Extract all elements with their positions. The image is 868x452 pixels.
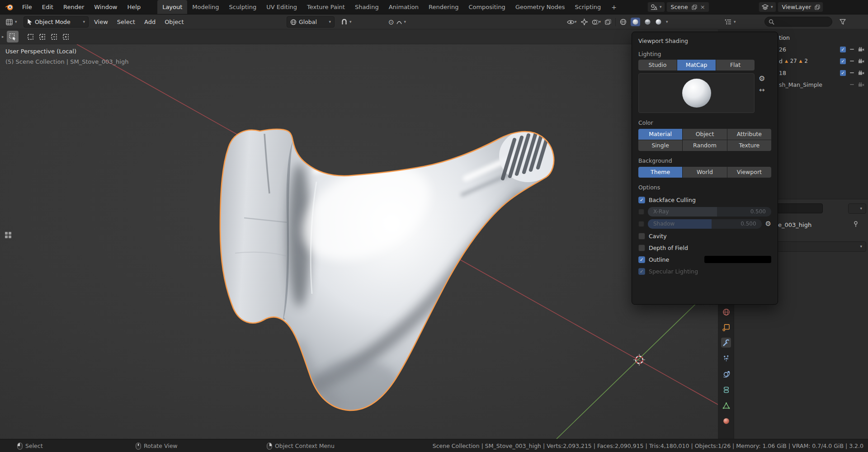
checkbox-enabled[interactable]: ✓ [840,47,846,52]
tab-scripting[interactable]: Scripting [570,0,606,14]
menu-render[interactable]: Render [58,0,89,14]
sidebar-grid-toggle[interactable] [5,231,12,239]
color-single-button[interactable]: Single [638,140,682,151]
camera-visibility-icon[interactable] [858,71,864,75]
background-world-button[interactable]: World [683,167,726,178]
visibility-dropdown[interactable]: ▾ [567,19,577,25]
xray-slider[interactable]: X-Ray 0.500 [648,207,771,217]
hide-viewport-icon[interactable] [850,49,854,50]
tab-compositing[interactable]: Compositing [463,0,510,14]
tab-particles[interactable] [721,353,731,363]
outline-checkbox[interactable]: ✓ [638,256,645,263]
tab-physics[interactable] [721,369,731,379]
new-viewlayer-icon[interactable] [815,5,820,10]
properties-dropdown[interactable]: ▾ [848,203,866,214]
menu-object[interactable]: Object [160,19,188,25]
background-viewport-button[interactable]: Viewport [727,167,771,178]
shading-wireframe-button[interactable] [620,19,627,25]
shading-material-button[interactable] [644,19,651,25]
shadow-slider[interactable]: Shadow 0.500 [648,219,762,229]
cavity-checkbox[interactable] [638,233,645,240]
lighting-studio-button[interactable]: Studio [638,60,677,71]
overlays-dropdown[interactable]: ▾ [592,19,601,25]
select-mode-intersect-button[interactable] [60,31,72,42]
shading-rendered-button[interactable] [655,19,662,25]
tab-constraints[interactable] [721,385,731,395]
menu-file[interactable]: File [17,0,37,14]
camera-visibility-icon[interactable] [858,59,864,64]
outline-color-swatch[interactable] [704,256,771,263]
new-scene-icon[interactable] [692,5,697,10]
filter-icon[interactable] [840,19,846,25]
select-mode-extend-button[interactable] [37,31,48,42]
color-material-button[interactable]: Material [638,129,682,140]
shading-solid-button[interactable] [631,18,640,26]
mode-dropdown[interactable]: Object Mode ▾ [24,16,89,28]
proportional-editing-toggle[interactable]: ⊙ ▾ [385,16,409,28]
color-attribute-button[interactable]: Attribute [727,129,771,140]
checkbox-enabled[interactable]: ✓ [840,70,846,76]
color-random-button[interactable]: Random [683,140,726,151]
scene-name-field[interactable]: Scene × [666,2,709,12]
color-texture-button[interactable]: Texture [727,140,771,151]
pin-icon[interactable] [854,221,858,227]
menu-view[interactable]: View [90,19,113,25]
tab-rendering[interactable]: Rendering [424,0,463,14]
tab-layout[interactable]: Layout [157,0,187,14]
color-object-button[interactable]: Object [683,129,726,140]
select-mode-subtract-button[interactable] [48,31,60,42]
lighting-flat-button[interactable]: Flat [716,60,755,71]
scene-browse-button[interactable]: ▾ [647,2,665,12]
xray-toggle[interactable] [605,19,611,25]
menu-window[interactable]: Window [89,0,122,14]
hide-viewport-icon[interactable] [850,61,854,61]
viewlayer-name-field[interactable]: ViewLayer [778,2,824,12]
backface-culling-checkbox[interactable]: ✓ [638,197,645,203]
tab-shading[interactable]: Shading [350,0,384,14]
flip-matcap-icon[interactable]: ↔ [759,87,765,94]
shadow-checkbox[interactable] [638,221,644,227]
tab-sculpting[interactable]: Sculpting [224,0,261,14]
background-theme-button[interactable]: Theme [638,167,682,178]
snap-toggle[interactable]: ▾ [338,16,355,28]
camera-visibility-icon[interactable] [858,47,864,52]
outliner-editor-type-button[interactable]: ▾ [722,16,739,28]
lighting-matcap-button[interactable]: MatCap [677,60,716,71]
tab-geometry-nodes[interactable]: Geometry Nodes [510,0,570,14]
tab-object[interactable] [721,322,731,332]
tab-world[interactable] [721,307,731,317]
tab-object-data[interactable] [721,400,731,410]
select-mode-new-button[interactable] [25,31,37,42]
add-workspace-button[interactable]: + [609,4,619,11]
menu-edit[interactable]: Edit [37,0,58,14]
gizmos-toggle[interactable] [581,19,588,25]
viewport-3d[interactable]: User Perspective (Local) (5) Scene Colle… [0,44,718,439]
editor-type-button[interactable]: ▾ [3,16,20,28]
toolbar-expand-icon[interactable]: ▸ [2,35,4,39]
hide-viewport-icon[interactable] [850,84,854,85]
hide-viewport-icon[interactable] [850,72,854,73]
tab-uv-editing[interactable]: UV Editing [261,0,302,14]
tab-animation[interactable]: Animation [384,0,424,14]
tab-material[interactable] [721,416,731,426]
specular-checkbox[interactable]: ✓ [638,268,645,275]
outliner-search-input[interactable] [764,17,832,27]
checkbox-enabled[interactable]: ✓ [840,58,846,64]
xray-checkbox[interactable] [638,209,644,215]
active-tool-select-box-button[interactable] [7,31,19,42]
shading-dropdown-button[interactable]: ▾ [666,20,668,24]
menu-select[interactable]: Select [113,19,140,25]
transform-orientation-dropdown[interactable]: Global ▾ [287,16,335,28]
shadow-settings-gear-icon[interactable]: ⚙ [765,221,771,227]
viewlayer-browse-button[interactable]: ▾ [759,2,776,12]
viewport-canvas[interactable] [0,44,718,439]
gear-icon[interactable]: ⚙ [759,75,765,82]
matcap-preview-button[interactable] [638,73,755,113]
camera-visibility-icon[interactable] [858,82,864,87]
depth-of-field-checkbox[interactable] [638,245,645,251]
unlink-scene-button[interactable]: × [699,4,706,10]
menu-add[interactable]: Add [140,19,160,25]
tab-modeling[interactable]: Modeling [187,0,224,14]
blender-logo-icon[interactable] [5,4,14,11]
tab-modifiers[interactable] [721,338,731,348]
